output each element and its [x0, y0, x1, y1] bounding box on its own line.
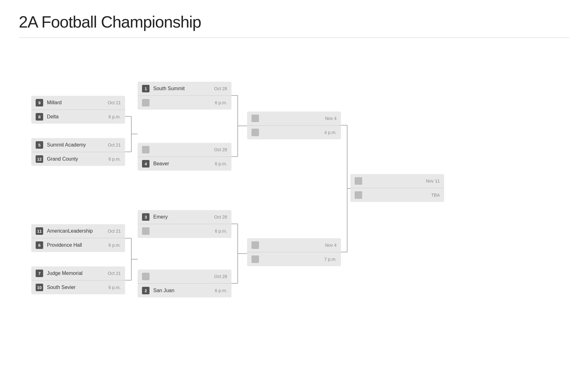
qf1-row-a: 1 South Summit Oct 28: [138, 82, 231, 96]
sf2-time: 7 p.m.: [324, 257, 337, 262]
qf4-row-b: 2 San Juan 6 p.m.: [138, 284, 231, 297]
qf4-box: Oct 28 2 San Juan 6 p.m.: [138, 270, 231, 297]
title-divider: [19, 38, 569, 38]
seed-9: 9: [36, 99, 43, 106]
team-south-summit: South Summit: [153, 86, 214, 91]
qf2-row-a: Oct 28: [138, 143, 231, 157]
sf1-time: 4 p.m.: [324, 130, 337, 135]
sf2-row-b: 7 p.m.: [247, 252, 341, 266]
matchup-row-team-b-2: 12 Grand County 6 p.m.: [31, 152, 125, 166]
qf2-time: 6 p.m.: [215, 161, 227, 166]
matchup-row-team-a-3: 11 AmericanLeadership Oct 21: [31, 224, 125, 238]
team-millard: Millard: [47, 100, 108, 106]
seed-11: 11: [36, 227, 43, 235]
final-date: Nov 11: [426, 178, 440, 183]
date-oct21: Oct 21: [108, 100, 121, 105]
qf1-box: 1 South Summit Oct 28 6 p.m.: [138, 82, 231, 110]
time-6pm-1: 6 p.m.: [109, 114, 121, 119]
team-providence-hall: Providence Hall: [47, 242, 109, 248]
qf3-time: 6 p.m.: [215, 229, 227, 234]
seed-7: 7: [36, 270, 43, 277]
time-6pm-2: 6 p.m.: [109, 157, 121, 162]
matchup-row-team-a: 9 Millard Oct 21: [31, 96, 125, 110]
matchup-row-team-b: 8 Delta 6 p.m.: [31, 110, 125, 124]
sf1-row-a: Nov 4: [247, 111, 341, 126]
matchup-r1-1: 9 Millard Oct 21 8 Delta 6 p.m.: [31, 96, 125, 124]
page-title: 2A Football Championship: [19, 13, 569, 31]
date-oct21-2: Oct 21: [108, 142, 121, 147]
sf2-date: Nov 4: [325, 243, 337, 248]
seed-8: 8: [36, 113, 43, 121]
qf3-box: 3 Emery Oct 28 6 p.m.: [138, 210, 231, 238]
qf4-date: Oct 28: [214, 274, 227, 279]
final-box: Nov 11 TBA: [350, 174, 444, 202]
team-judge-memorial: Judge Memorial: [47, 271, 108, 276]
final-row-b: TBA: [350, 188, 444, 202]
time-6pm-4: 6 p.m.: [109, 285, 121, 290]
date-oct21-4: Oct 21: [108, 271, 121, 276]
team-summit-academy: Summit Academy: [47, 142, 108, 148]
seed-10: 10: [36, 284, 43, 291]
qf2-box: Oct 28 4 Beaver 6 p.m.: [138, 143, 231, 171]
final-time: TBA: [431, 193, 440, 198]
seed-3: 3: [142, 213, 150, 221]
time-6pm-3: 6 p.m.: [109, 243, 121, 248]
matchup-r1-4: 7 Judge Memorial Oct 21 10 South Sevier …: [31, 266, 125, 294]
seed-6: 6: [36, 241, 43, 249]
team-beaver: Beaver: [153, 161, 215, 167]
seed-1: 1: [142, 85, 150, 92]
final-row-a: Nov 11: [350, 174, 444, 188]
qf1-time: 6 p.m.: [215, 100, 227, 105]
qf2-row-b: 4 Beaver 6 p.m.: [138, 157, 231, 171]
qf3-row-b: 6 p.m.: [138, 224, 231, 238]
sf2-row-a: Nov 4: [247, 238, 341, 252]
matchup-row-team-b-3: 6 Providence Hall 6 p.m.: [31, 238, 125, 252]
qf1-row-b: 6 p.m.: [138, 96, 231, 110]
team-san-juan: San Juan: [153, 288, 215, 293]
qf4-row-a: Oct 28: [138, 270, 231, 284]
seed-4: 4: [142, 160, 150, 168]
sf1-date: Nov 4: [325, 116, 337, 121]
seed-5: 5: [36, 141, 43, 149]
matchup-row-team-b-4: 10 South Sevier 6 p.m.: [31, 281, 125, 294]
matchup-r1-2: 5 Summit Academy Oct 21 12 Grand County …: [31, 138, 125, 166]
qf3-row-a: 3 Emery Oct 28: [138, 210, 231, 224]
qf4-time: 6 p.m.: [215, 288, 227, 293]
qf3-date: Oct 28: [214, 214, 227, 219]
matchup-row-team-a-4: 7 Judge Memorial Oct 21: [31, 266, 125, 281]
sf2-box: Nov 4 7 p.m.: [247, 238, 341, 266]
team-emery: Emery: [153, 214, 214, 220]
team-south-sevier: South Sevier: [47, 285, 109, 290]
matchup-r1-3: 11 AmericanLeadership Oct 21 6 Providenc…: [31, 224, 125, 252]
sf1-row-b: 4 p.m.: [247, 126, 341, 139]
qf2-date: Oct 28: [214, 147, 227, 152]
seed-2: 2: [142, 287, 150, 294]
team-delta: Delta: [47, 114, 109, 120]
seed-12: 12: [36, 155, 43, 163]
qf1-date: Oct 28: [214, 86, 227, 91]
bracket-container: 9 Millard Oct 21 8 Delta 6 p.m. 5 Summit…: [19, 50, 457, 364]
team-american-leadership: AmericanLeadership: [47, 228, 108, 234]
team-grand-county: Grand County: [47, 156, 109, 162]
sf1-box: Nov 4 4 p.m.: [247, 111, 341, 139]
matchup-row-team-a-2: 5 Summit Academy Oct 21: [31, 138, 125, 152]
date-oct21-3: Oct 21: [108, 229, 121, 234]
